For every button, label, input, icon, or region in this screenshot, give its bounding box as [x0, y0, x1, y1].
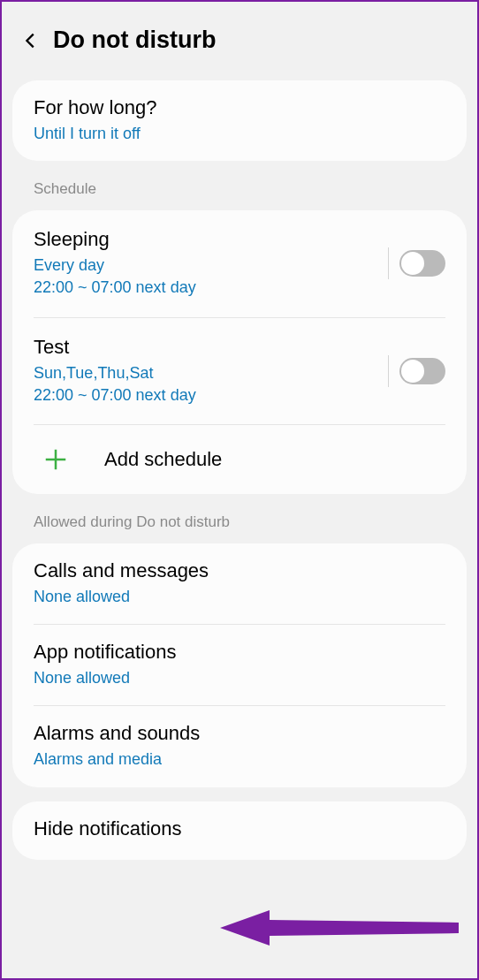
app-notifications-row[interactable]: App notifications None allowed: [12, 625, 467, 705]
add-schedule-row[interactable]: Add schedule: [12, 425, 467, 494]
schedule-days: Every day: [34, 254, 388, 277]
schedule-days: Sun,Tue,Thu,Sat: [34, 362, 388, 384]
add-schedule-label: Add schedule: [104, 448, 222, 471]
duration-label: For how long?: [34, 96, 445, 119]
calls-messages-title: Calls and messages: [34, 559, 445, 582]
schedule-toggle-test[interactable]: [399, 358, 445, 384]
alarms-sounds-status: Alarms and media: [34, 748, 445, 771]
duration-row[interactable]: For how long? Until I turn it off: [12, 80, 467, 161]
schedule-time: 22:00 ~ 07:00 next day: [34, 277, 388, 299]
toggle-divider: [388, 247, 389, 279]
schedule-row-sleeping[interactable]: Sleeping Every day 22:00 ~ 07:00 next da…: [12, 210, 467, 316]
schedule-row-test[interactable]: Test Sun,Tue,Thu,Sat 22:00 ~ 07:00 next …: [12, 318, 467, 424]
allowed-section-header: Allowed during Do not disturb: [2, 494, 477, 543]
schedule-section-header: Schedule: [2, 161, 477, 210]
plus-icon: [42, 446, 69, 473]
hide-notifications-label: Hide notifications: [34, 817, 445, 840]
schedule-name: Test: [34, 336, 388, 359]
annotation-arrow-icon: [220, 910, 459, 946]
hide-notifications-row[interactable]: Hide notifications: [12, 801, 467, 860]
page-title: Do not disturb: [53, 27, 216, 54]
schedule-name: Sleeping: [34, 228, 388, 251]
schedule-time: 22:00 ~ 07:00 next day: [34, 384, 388, 406]
calls-messages-status: None allowed: [34, 586, 445, 608]
duration-value: Until I turn it off: [34, 123, 445, 145]
calls-messages-row[interactable]: Calls and messages None allowed: [12, 543, 467, 624]
svg-marker-2: [220, 910, 459, 946]
back-icon[interactable]: [21, 31, 41, 50]
schedule-toggle-sleeping[interactable]: [399, 250, 445, 277]
toggle-divider: [388, 355, 389, 387]
alarms-sounds-row[interactable]: Alarms and sounds Alarms and media: [12, 706, 467, 786]
app-notifications-status: None allowed: [34, 667, 445, 689]
alarms-sounds-title: Alarms and sounds: [34, 722, 445, 745]
app-notifications-title: App notifications: [34, 641, 445, 664]
